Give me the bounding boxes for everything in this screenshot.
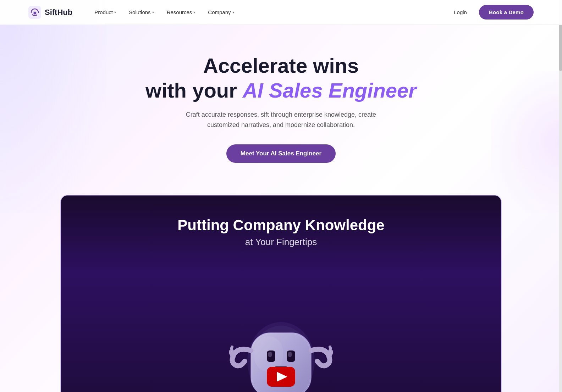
nav-links: Product ▾ Solutions ▾ Resources ▾ Compan… <box>89 6 239 18</box>
robot-scene <box>192 262 370 392</box>
hero-section: Accelerate wins with your AI Sales Engin… <box>0 25 562 181</box>
hero-title-prefix: with your <box>145 79 243 102</box>
video-inner: Putting Company Knowledge at Your Finger… <box>61 195 501 392</box>
nav-resources-label: Resources <box>167 9 192 15</box>
nav-solutions[interactable]: Solutions ▾ <box>124 6 159 18</box>
chevron-down-icon: ▾ <box>232 10 234 14</box>
nav-solutions-label: Solutions <box>129 9 151 15</box>
logo-text: SiftHub <box>45 8 72 17</box>
logo[interactable]: SiftHub <box>28 6 72 19</box>
nav-company-label: Company <box>208 9 231 15</box>
book-demo-button[interactable]: Book a Demo <box>479 5 534 20</box>
svg-point-2 <box>34 12 36 14</box>
video-container: Putting Company Knowledge at Your Finger… <box>60 195 502 392</box>
nav-product-label: Product <box>94 9 113 15</box>
hero-title-line1: Accelerate wins <box>203 54 359 77</box>
robot-illustration <box>192 262 370 392</box>
navbar: SiftHub Product ▾ Solutions ▾ Resources … <box>0 0 562 25</box>
video-subtitle: at Your Fingertips <box>245 237 317 248</box>
scrollbar[interactable] <box>559 0 562 392</box>
svg-rect-19 <box>288 352 292 357</box>
chevron-down-icon: ▾ <box>114 10 116 14</box>
navbar-left: SiftHub Product ▾ Solutions ▾ Resources … <box>28 6 239 19</box>
chevron-down-icon: ▾ <box>193 10 195 14</box>
logo-icon <box>28 6 41 19</box>
chevron-down-icon: ▾ <box>152 10 154 14</box>
meet-ai-button[interactable]: Meet Your AI Sales Engineer <box>226 144 336 163</box>
navbar-right: Login Book a Demo <box>449 5 534 20</box>
hero-title: Accelerate wins with your AI Sales Engin… <box>14 53 548 103</box>
svg-rect-18 <box>268 352 272 357</box>
nav-company[interactable]: Company ▾ <box>203 6 239 18</box>
hero-title-line2: with your AI Sales Engineer <box>14 78 548 103</box>
nav-product[interactable]: Product ▾ <box>89 6 121 18</box>
hero-subtitle: Craft accurate responses, sift through e… <box>175 110 387 130</box>
nav-resources[interactable]: Resources ▾ <box>162 6 200 18</box>
login-button[interactable]: Login <box>449 6 472 18</box>
hero-title-accent: AI Sales Engineer <box>243 79 417 102</box>
video-title: Putting Company Knowledge <box>177 217 384 234</box>
